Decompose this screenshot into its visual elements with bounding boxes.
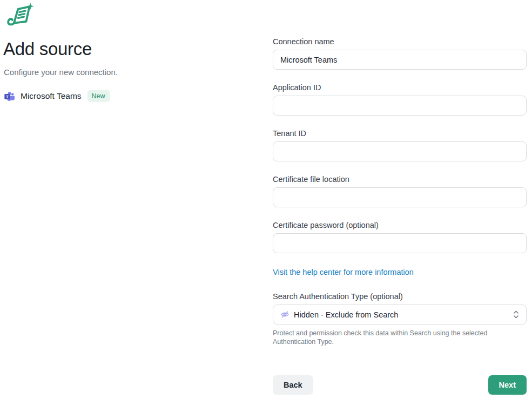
source-name: Microsoft Teams <box>21 91 82 101</box>
certificate-password-label: Certificate password (optional) <box>273 220 527 231</box>
brand-logo-icon <box>5 3 35 26</box>
field-certificate-file-location: Certificate file location <box>273 174 527 207</box>
application-id-label: Application ID <box>273 82 527 93</box>
back-button[interactable]: Back <box>273 375 313 395</box>
new-badge: New <box>87 90 110 102</box>
page-subtitle: Configure your new connection. <box>4 67 254 78</box>
auth-type-select[interactable]: Hidden - Exclude from Search <box>273 305 527 324</box>
left-panel: Add source Configure your new connection… <box>0 0 254 102</box>
certificate-password-input[interactable] <box>273 233 527 253</box>
chevron-up-down-icon <box>513 310 519 319</box>
tenant-id-input[interactable] <box>273 141 527 161</box>
eye-off-icon <box>280 310 289 319</box>
add-source-page: Add source Configure your new connection… <box>0 0 532 399</box>
certificate-file-location-label: Certificate file location <box>273 174 527 185</box>
page-title: Add source <box>3 38 254 60</box>
field-application-id: Application ID <box>273 82 527 116</box>
certificate-file-location-input[interactable] <box>273 187 527 207</box>
field-tenant-id: Tenant ID <box>273 128 527 161</box>
microsoft-teams-icon: T <box>4 91 15 102</box>
svg-text:T: T <box>6 94 9 99</box>
form-actions: Back Next <box>273 375 527 395</box>
auth-type-label: Search Authentication Type (optional) <box>273 291 527 302</box>
connection-name-input[interactable] <box>273 50 527 70</box>
auth-type-helper-text: Protect and permission check this data w… <box>273 329 508 346</box>
field-certificate-password: Certificate password (optional) <box>273 220 527 253</box>
field-connection-name: Connection name <box>273 36 527 70</box>
field-auth-type: Search Authentication Type (optional) Hi… <box>273 291 527 346</box>
next-button[interactable]: Next <box>488 375 527 395</box>
selected-source-row: T Microsoft Teams New <box>4 90 254 102</box>
tenant-id-label: Tenant ID <box>273 128 527 139</box>
help-center-link[interactable]: Visit the help center for more informati… <box>273 267 414 278</box>
auth-type-selected-value: Hidden - Exclude from Search <box>294 310 398 319</box>
connection-form: Connection name Application ID Tenant ID… <box>273 36 527 395</box>
connection-name-label: Connection name <box>273 36 527 47</box>
application-id-input[interactable] <box>273 96 527 116</box>
